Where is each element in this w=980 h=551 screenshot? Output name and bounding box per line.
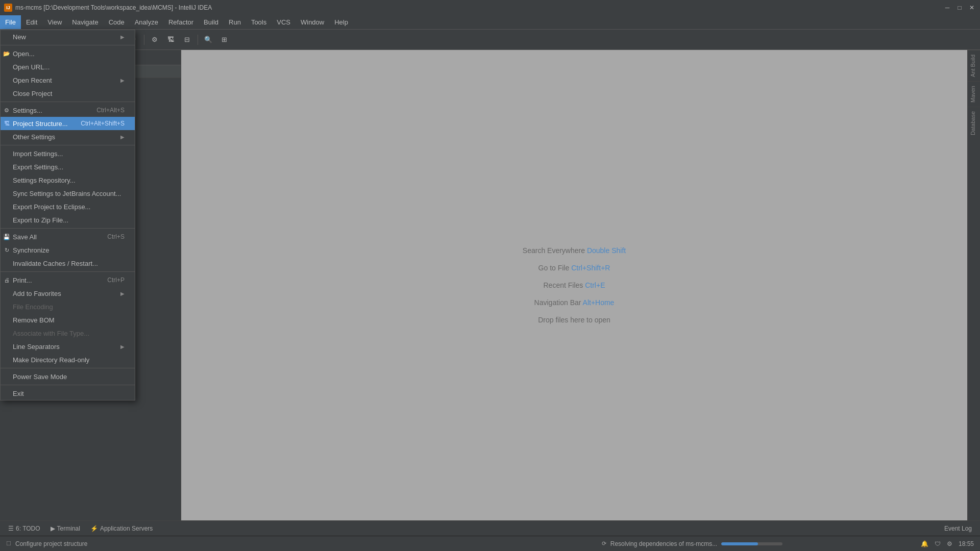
tab-todo[interactable]: ☰ 6: TODO	[4, 524, 44, 533]
window-controls[interactable]: ─ □ ✕	[943, 4, 976, 12]
file-dropdown-menu: New ▶ 📂 Open... Open URL... Open Recent …	[0, 30, 135, 400]
menu-vcs[interactable]: VCS	[272, 15, 296, 29]
minimize-button[interactable]: ─	[943, 4, 951, 12]
structure-button[interactable]: 🏗	[164, 33, 178, 47]
sep-5	[1, 271, 135, 272]
menu-new[interactable]: New ▶	[1, 30, 135, 43]
menu-other-settings[interactable]: Other Settings ▶	[1, 130, 135, 143]
menu-export-settings[interactable]: Export Settings...	[1, 160, 135, 173]
hint-goto-file: Go to File Ctrl+Shift+R	[538, 264, 610, 272]
status-settings-icon: ⚙	[947, 540, 952, 547]
hint-recent-files: Recent Files Ctrl+E	[544, 281, 605, 289]
menu-open[interactable]: 📂 Open...	[1, 47, 135, 60]
menu-power-save-mode[interactable]: Power Save Mode	[1, 370, 135, 383]
menu-import-settings[interactable]: Import Settings...	[1, 147, 135, 160]
menu-help[interactable]: Help	[329, 15, 353, 29]
menu-open-recent[interactable]: Open Recent ▶	[1, 73, 135, 87]
window-title: ms-mcms [D:\Development Tools\workspace_…	[15, 4, 943, 11]
sep-6	[1, 368, 135, 368]
menu-export-settings-label: Export Settings...	[13, 163, 63, 171]
print-icon: 🖨	[3, 276, 11, 284]
menu-tools[interactable]: Tools	[246, 15, 272, 29]
settings-shortcut: Ctrl+Alt+S	[96, 107, 125, 114]
status-time: 18:55	[959, 540, 974, 547]
menu-export-eclipse[interactable]: Export Project to Eclipse...	[1, 200, 135, 213]
synchronize-icon: ↻	[3, 246, 11, 254]
settings-icon: ⚙	[3, 106, 11, 114]
menu-file-encoding-label: File Encoding	[13, 303, 53, 311]
menu-close-project[interactable]: Close Project	[1, 87, 135, 100]
status-left: ☐ Configure project structure	[6, 540, 463, 547]
menu-synchronize[interactable]: ↻ Synchronize	[1, 243, 135, 257]
right-tab-ant-build[interactable]: Ant Build	[968, 50, 980, 81]
title-bar: IJ ms-mcms [D:\Development Tools\workspa…	[0, 0, 980, 15]
maximize-button[interactable]: □	[955, 4, 964, 12]
menu-refactor[interactable]: Refactor	[163, 15, 199, 29]
menu-add-to-favorites-label: Add to Favorites	[13, 290, 61, 297]
menu-settings[interactable]: ⚙ Settings... Ctrl+Alt+S	[1, 104, 135, 117]
menu-exit-label: Exit	[13, 390, 24, 397]
menu-open-url[interactable]: Open URL...	[1, 60, 135, 73]
menu-save-all[interactable]: 💾 Save All Ctrl+S	[1, 230, 135, 243]
favorites-arrow-icon: ▶	[120, 291, 125, 296]
menu-build[interactable]: Build	[199, 15, 224, 29]
menu-settings-repository[interactable]: Settings Repository...	[1, 173, 135, 187]
line-separators-arrow-icon: ▶	[120, 344, 125, 349]
menu-run[interactable]: Run	[224, 15, 246, 29]
close-button[interactable]: ✕	[968, 4, 976, 12]
menu-line-separators-label: Line Separators	[13, 343, 60, 350]
menu-open-recent-label: Open Recent	[13, 77, 52, 84]
menu-remove-bom[interactable]: Remove BOM	[1, 313, 135, 327]
tab-terminal-icon: ▶	[51, 525, 55, 532]
menu-make-directory-readonly-label: Make Directory Read-only	[13, 356, 89, 364]
menu-exit[interactable]: Exit	[1, 387, 135, 400]
project-structure-icon: 🏗	[3, 119, 11, 128]
menu-sync-settings-label: Sync Settings to JetBrains Account...	[13, 190, 121, 197]
status-bar: ☐ Configure project structure ⟳ Resolvin…	[0, 536, 980, 551]
menu-make-directory-readonly[interactable]: Make Directory Read-only	[1, 353, 135, 366]
layout-button[interactable]: ⊟	[180, 33, 194, 47]
menu-add-to-favorites[interactable]: Add to Favorites ▶	[1, 287, 135, 300]
event-log-tab[interactable]: Event Log	[940, 524, 976, 533]
menu-invalidate-caches-label: Invalidate Caches / Restart...	[13, 260, 98, 267]
tab-todo-icon: ☰	[8, 525, 14, 532]
menu-file[interactable]: File	[0, 15, 21, 29]
menu-open-label: Open...	[13, 50, 35, 58]
tab-terminal-label: Terminal	[57, 525, 80, 532]
sep-2	[1, 102, 135, 102]
menu-associate-file-type: Associate with File Type...	[1, 327, 135, 340]
sep-7	[1, 385, 135, 385]
sep-4	[1, 228, 135, 229]
menu-code[interactable]: Code	[104, 15, 130, 29]
menu-window[interactable]: Window	[296, 15, 329, 29]
menu-navigate[interactable]: Navigate	[67, 15, 103, 29]
menu-export-zip[interactable]: Export to Zip File...	[1, 213, 135, 227]
lens-button[interactable]: ⊞	[217, 33, 232, 47]
hint-drop-files: Drop files here to open	[538, 316, 610, 324]
menu-sync-settings[interactable]: Sync Settings to JetBrains Account...	[1, 187, 135, 200]
menu-analyze[interactable]: Analyze	[130, 15, 163, 29]
menu-synchronize-label: Synchronize	[13, 246, 50, 254]
open-icon: 📂	[3, 49, 11, 58]
save-all-shortcut: Ctrl+S	[107, 233, 125, 240]
menu-import-settings-label: Import Settings...	[13, 150, 63, 158]
status-notification-icon: 🔔	[921, 540, 928, 547]
sep-3	[1, 145, 135, 145]
bottom-tabs: ☰ 6: TODO ▶ Terminal ⚡ Application Serve…	[0, 520, 980, 536]
tab-app-servers[interactable]: ⚡ Application Servers	[86, 524, 157, 533]
search-button[interactable]: 🔍	[201, 33, 215, 47]
app-icon: IJ	[4, 4, 12, 12]
menu-save-all-label: Save All	[13, 233, 37, 241]
settings-button[interactable]: ⚙	[148, 33, 162, 47]
tab-terminal[interactable]: ▶ Terminal	[46, 524, 84, 533]
right-tab-database[interactable]: Database	[968, 107, 980, 139]
editor-area: Search Everywhere Double Shift Go to Fil…	[181, 50, 967, 520]
right-tab-maven[interactable]: Maven	[968, 81, 980, 107]
menu-line-separators[interactable]: Line Separators ▶	[1, 340, 135, 353]
menu-edit[interactable]: Edit	[21, 15, 42, 29]
menu-print[interactable]: 🖨 Print... Ctrl+P	[1, 273, 135, 287]
menu-project-structure[interactable]: 🏗 Project Structure... Ctrl+Alt+Shift+S	[1, 117, 135, 130]
menu-view[interactable]: View	[42, 15, 67, 29]
loading-icon: ⟳	[602, 540, 606, 547]
menu-invalidate-caches[interactable]: Invalidate Caches / Restart...	[1, 257, 135, 270]
